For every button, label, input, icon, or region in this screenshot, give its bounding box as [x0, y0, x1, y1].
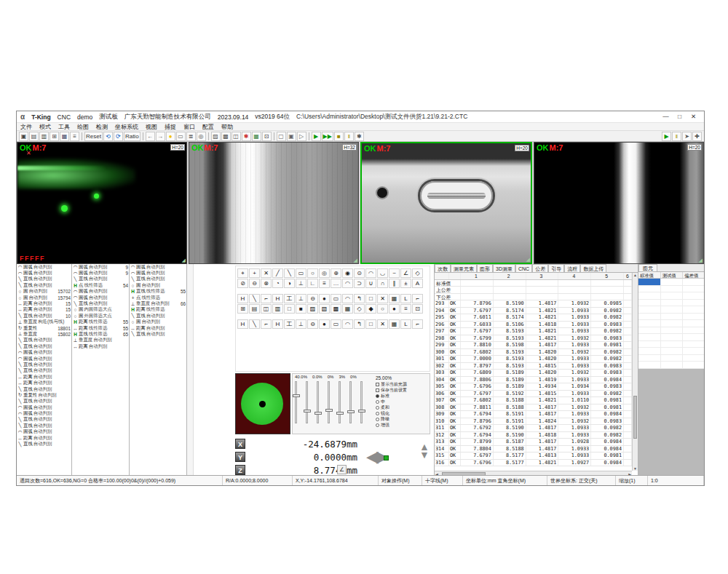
element-list-item[interactable]: ○圆自动判别15702 [17, 289, 71, 295]
camera-view-3-selected[interactable]: OKM:7 H=20 ◢ [360, 142, 532, 264]
toolbar-window-all[interactable]: ▦ [60, 132, 69, 141]
tool-icon[interactable]: ○ [377, 304, 388, 314]
element-list-item[interactable]: ╲直线自动判别 [72, 276, 129, 282]
tab-element[interactable]: 图元 [638, 264, 657, 271]
toolbar-calibrate[interactable]: ✱ [242, 132, 251, 141]
element-list-item[interactable]: ◠圆弧自动判别 [17, 270, 71, 276]
tool-icon[interactable]: ⌐ [261, 294, 272, 303]
tool-icon[interactable]: ◔ [272, 279, 283, 288]
tool-icon[interactable]: H [272, 319, 283, 329]
tool-icon[interactable]: ⊗ [261, 279, 272, 288]
tool-icon[interactable]: H [272, 294, 283, 303]
tool-icon[interactable]: ⌐ [412, 294, 423, 303]
tool-icon[interactable]: ● [319, 294, 330, 303]
tool-icon[interactable]: ◫ [261, 304, 272, 314]
element-list-item[interactable]: ↻重复性18801 [17, 325, 71, 331]
tool-icon[interactable]: ~ [389, 268, 400, 278]
tool-icon[interactable]: H [237, 294, 248, 303]
table-pre-row[interactable]: 标准值 [435, 280, 632, 287]
tool-icon[interactable]: H [237, 319, 248, 329]
tool-icon[interactable]: ▭ [296, 268, 306, 278]
element-list-item[interactable]: ◠圆弧自动判别 [17, 404, 71, 410]
table-row[interactable]: 311OK7.67928.51901.48171.09330.0982 [435, 425, 632, 432]
toolbar-run-right[interactable]: ▶ [662, 132, 671, 141]
toolbar-run-all[interactable]: ▶▶ [322, 132, 333, 141]
toolbar-pause-right[interactable]: ‖ [672, 132, 681, 141]
table-tab-2[interactable]: 图形 [477, 264, 493, 272]
table-row[interactable]: 303OK7.68098.51891.48201.09320.0983 [435, 370, 632, 377]
light-slider[interactable] [339, 381, 341, 423]
slider-handle[interactable] [304, 410, 311, 412]
table-tab-0[interactable]: 次数 [435, 264, 451, 272]
detail-row[interactable] [638, 320, 705, 327]
element-list-item[interactable]: ╲直线自动判别 [17, 399, 71, 404]
element-list-item[interactable]: ╲直线自动判别 [17, 282, 71, 288]
element-list-item[interactable]: ╲直线自动判别 [17, 386, 71, 392]
tool-icon[interactable]: ◡ [377, 268, 388, 278]
table-row[interactable]: 295OK7.60118.51741.48211.09330.0982 [435, 314, 632, 322]
tool-icon[interactable]: ✕ [377, 294, 388, 303]
toolbar-pattern-c[interactable]: ◫ [232, 132, 241, 141]
close-button[interactable]: ✕ [687, 112, 700, 122]
light-slider[interactable] [349, 381, 352, 423]
menu-item-2[interactable]: 工具 [55, 123, 74, 131]
tool-icon[interactable]: ● [319, 319, 330, 329]
tool-icon[interactable]: ▦ [342, 304, 353, 314]
light-slider[interactable] [328, 381, 330, 423]
menu-item-4[interactable]: 检测 [92, 123, 111, 131]
toolbar-region[interactable]: ▭ [176, 132, 186, 141]
tool-icon[interactable]: ∪ [365, 279, 376, 288]
toolbar-lamp[interactable]: ● [166, 132, 175, 141]
tool-icon[interactable]: ▭ [331, 294, 341, 303]
table-row[interactable]: 300OK7.68028.51931.48201.09320.0982 [435, 349, 632, 356]
menu-item-8[interactable]: 窗口 [180, 123, 199, 131]
jog-vertical-arrows-icon[interactable]: ▲▼ [419, 443, 430, 459]
tool-icon[interactable]: ↰ [354, 319, 365, 329]
light-radio[interactable]: 增强 [376, 422, 428, 428]
tool-icon[interactable]: ⌐ [261, 319, 272, 329]
scroll-thumb[interactable] [633, 396, 637, 439]
element-list-item[interactable]: ╲直线自动判别 [130, 276, 186, 282]
light-checkbox[interactable]: 保存当前设置 [376, 387, 428, 393]
tool-icon[interactable]: 工 [284, 319, 295, 329]
resize-grip-icon[interactable]: ◢ [526, 257, 530, 263]
detail-row[interactable] [638, 306, 705, 314]
element-list-item[interactable]: ⊥垂直度构造(线与线) [17, 319, 71, 325]
element-list-item[interactable]: ⊥垂直度自动判别 [72, 338, 129, 343]
slider-handle[interactable] [325, 409, 333, 412]
tool-icon[interactable]: … [331, 279, 341, 288]
toolbar-stop[interactable]: ■ [334, 132, 344, 141]
tool-icon[interactable]: ▦ [389, 319, 400, 329]
element-list-item[interactable]: ◠圆弧自动判别 [17, 349, 71, 355]
resize-grip-icon[interactable]: ◢ [354, 258, 357, 263]
toolbar-pause[interactable]: ‖ [344, 132, 354, 141]
table-row[interactable]: 305OK7.67968.51891.49341.09340.0983 [435, 383, 632, 391]
tool-icon[interactable]: ▥ [272, 304, 283, 314]
element-list-item[interactable]: ╲直线自动判别 [130, 331, 186, 337]
element-list-item[interactable]: ◠圆弧自动判别9 [72, 270, 129, 276]
detail-row[interactable] [638, 292, 705, 300]
tool-icon[interactable]: ◉ [342, 268, 353, 278]
slider-handle[interactable] [358, 410, 365, 412]
tool-icon[interactable]: A [412, 279, 423, 288]
table-row[interactable]: 314OK7.88048.51881.48171.09330.0984 [435, 446, 632, 453]
tool-icon[interactable]: ◑ [284, 279, 295, 288]
tool-icon[interactable]: ⊃ [354, 279, 365, 288]
element-list-item[interactable]: ╲直线自动判别 [17, 276, 71, 282]
element-list-item[interactable]: ╲直线自动判别 [17, 368, 71, 374]
tool-icon[interactable]: ∥ [389, 279, 400, 288]
table-row[interactable]: 302OK7.87978.51931.48151.09330.0983 [435, 363, 632, 370]
tool-icon[interactable]: ▨ [307, 304, 318, 314]
tool-icon[interactable]: ▦ [389, 294, 400, 303]
toolbar-roi[interactable]: ⊡ [262, 132, 272, 141]
table-pre-row[interactable]: 上公差 [435, 287, 632, 294]
light-radio[interactable]: 降噪 [376, 416, 428, 422]
tool-icon[interactable]: ∠ [400, 268, 411, 278]
element-list-item[interactable]: ↔距离自动判别15 [17, 300, 71, 306]
table-row[interactable]: 313OK7.87998.51871.48171.09280.0984 [435, 439, 632, 446]
element-list-item[interactable]: ◠圆弧自动判别 [130, 264, 186, 270]
camera-view-1[interactable]: ✕ FFFFF OKM:7 H=20 ◢ [17, 142, 187, 264]
toolbar-ratio[interactable]: Ratio [124, 132, 141, 141]
table-row[interactable]: 296OK7.60338.51061.48181.09330.0983 [435, 322, 632, 329]
table-row[interactable]: 308OK7.88118.51881.48171.09320.0981 [435, 404, 632, 412]
